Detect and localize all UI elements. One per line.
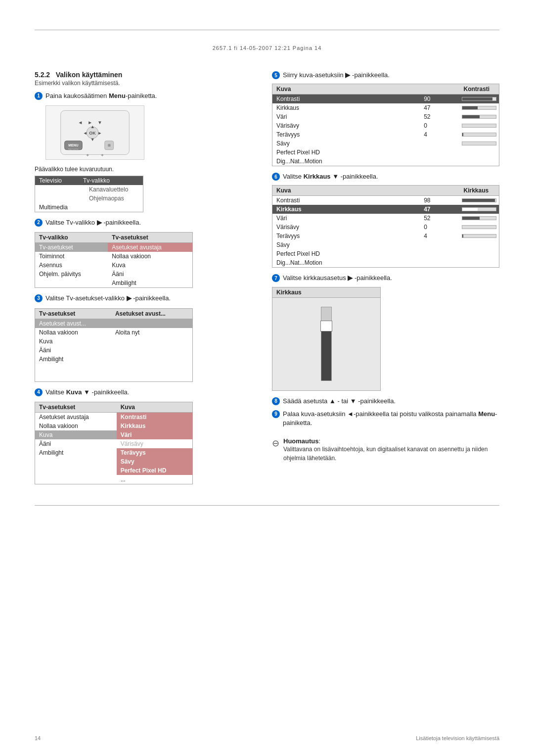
tv-asetukset-header-right: Asetukset avust... [111, 308, 193, 319]
tv-valikko-row-tv-asetukset: Tv-asetukset Asetukset avustaja [35, 243, 193, 252]
kontrasti-row-vari: Väri 52 [272, 112, 499, 121]
paa-row-kanavaluettelo: Kanavaluettelo [35, 185, 143, 194]
paa-col1-multimedia: Multimedia [35, 203, 79, 212]
kontrasti-header-left: Kuva [272, 84, 460, 94]
huomautus-content: Huomautus: Valittavana on lisävaihtoehto… [283, 437, 499, 463]
kuva-col2-kontrasti: Kontrasti [117, 412, 193, 422]
kirkkaus-dig-label: Dig...Nat...Motion [272, 258, 420, 268]
section-title: Valikon käyttäminen [56, 71, 123, 79]
section-number: 5.2.2 [35, 71, 50, 79]
kirkkaus-vari-bar [460, 214, 499, 223]
kontrasti-row-kontrasti: Kontrasti 90 [272, 94, 499, 104]
kuva-col1-aani: Ääni [35, 439, 117, 448]
kirkkaus-vari-label: Väri [272, 214, 420, 223]
kontrasti-teravyys-label: Terävyys [272, 130, 420, 139]
tv-asetukset-row-empty2 [35, 373, 193, 382]
kuva-col1-nollaa: Nollaa vakioon [35, 422, 117, 430]
tv-asetukset-col1-nollaa: Nollaa vakioon [35, 328, 111, 337]
kirkkaus-savy-bar [460, 240, 499, 249]
step-8: 8 Säädä asetusta ▲ - tai ▼ -painikkeella… [272, 397, 499, 406]
kuva-col1-ambilight: Ambilight [35, 448, 117, 457]
tv-valikko-col1-empty [35, 279, 108, 288]
paa-col2-multimedia-empty [79, 203, 143, 212]
kontrasti-header: Kuva Kontrasti [272, 84, 499, 94]
top-divider [35, 30, 499, 30]
step-9-text: Palaa kuva-asetuksiin ◄-painikkeella tai… [283, 410, 499, 427]
remote-svg: ◄ ► ▼ OK ◄ ► ▲ ▼ MENU BROWSE [46, 105, 144, 160]
kuva-row-empty2: Perfect Pixel HD [35, 466, 193, 475]
kirkkaus-dig-bar [460, 258, 499, 268]
step-4-text: Valitse Kuva ▼ -painikkeella. [45, 388, 129, 397]
tv-valikko-col1-ohjelm: Ohjelm. päivitys [35, 270, 108, 279]
kontrasti-perfect-bar [460, 148, 499, 157]
kontrasti-label: Kontrasti [272, 94, 420, 104]
kuva-header-right: Kuva [117, 402, 193, 412]
kontrasti-vari-label: Väri [272, 112, 420, 121]
tv-asetukset-col1-asetukset: Asetukset avust... [35, 319, 111, 328]
svg-text:+: + [101, 153, 104, 158]
footer-right-text: Lisätietoja television käyttämisestä [416, 735, 499, 741]
svg-text:▼: ▼ [90, 137, 95, 142]
kontrasti-savy-value [420, 139, 459, 148]
kontrasti-row-savy: Sävy [272, 139, 499, 148]
step-5-num: 5 [272, 71, 280, 79]
kontrasti-dig-bar [460, 157, 499, 166]
paa-col1-empty [35, 185, 79, 194]
kirkkaus-kirkkaus-value: 47 [420, 205, 459, 214]
tv-asetukset-col1-empty1 [35, 364, 111, 373]
kontrasti-perfect-label: Perfect Pixel HD [272, 148, 420, 157]
paa-col1-televisio: Televisio [35, 176, 79, 186]
kuva-header-left: Tv-asetukset [35, 402, 117, 412]
kuva-row-dots: ... [35, 475, 193, 484]
kuva-col1-dots [35, 475, 117, 484]
kirkkaus-perfect-value [420, 249, 459, 258]
footer: 14 Lisätietoja television käyttämisestä [0, 735, 534, 741]
kirkkaus-box-label: Kirkkaus [272, 287, 380, 298]
kirkkaus-vari-value: 52 [420, 214, 459, 223]
step-1-num: 1 [35, 92, 43, 100]
svg-text:▼: ▼ [97, 120, 102, 125]
kuva-row-aani: Ääni Värisävy [35, 439, 193, 448]
kuva-col1-empty1 [35, 457, 117, 466]
svg-text:BROWSE: BROWSE [68, 148, 79, 151]
kirkkaus-kirkkaus-label: Kirkkaus [272, 205, 420, 214]
kuva-col2-kirkkaus: Kirkkaus [117, 422, 193, 430]
kuva-col2-dots: ... [117, 475, 193, 484]
footer-page-num: 14 [35, 735, 41, 741]
kirkkaus-perfect-bar [460, 249, 499, 258]
main-content: 5.2.2 Valikon käyttäminen Esimerkki vali… [35, 71, 499, 490]
kirkkaus-kontrasti-bar [460, 196, 499, 205]
kontrasti-bar [460, 94, 499, 104]
step-6-num: 6 [272, 173, 280, 181]
kuva-col1-kuva: Kuva [35, 430, 117, 439]
kirkkaus-row-kontrasti: Kontrasti 98 [272, 196, 499, 205]
kirkkaus-kontrasti-value: 98 [420, 196, 459, 205]
kirkkaus-row-perfect: Perfect Pixel HD [272, 249, 499, 258]
tv-valikko-row-toiminnot: Toiminnot Nollaa vakioon [35, 252, 193, 261]
kuva-col1-empty2 [35, 466, 117, 475]
kirkkaus-varisavy-value: 0 [420, 223, 459, 232]
kirkkaus-teravyys-bar [460, 232, 499, 240]
kirkkaus-savy-value [420, 240, 459, 249]
step-7-num: 7 [272, 274, 280, 282]
tv-valikko-header-right: Tv-asetukset [108, 233, 192, 243]
left-column: 5.2.2 Valikon käyttäminen Esimerkki vali… [35, 71, 247, 490]
step-6-text: Valitse Kirkkaus ▼ -painikkeella. [283, 172, 378, 181]
kontrasti-varisavy-bar [460, 121, 499, 130]
tv-asetukset-header: Tv-asetukset Asetukset avust... [35, 308, 193, 319]
svg-text:+: + [86, 153, 89, 158]
paa-col2-tv-valikko: Tv-valikko [79, 176, 143, 186]
step-5-text: Siirry kuva-asetuksiin ▶ -painikkeella. [283, 71, 390, 80]
svg-text:⊞: ⊞ [108, 143, 111, 147]
kontrasti-vari-value: 52 [420, 112, 459, 121]
tv-asetukset-col2-empty2 [111, 373, 193, 382]
tv-valikko-col2-kuva: Kuva [108, 261, 192, 270]
step-4: 4 Valitse Kuva ▼ -painikkeella. [35, 388, 247, 397]
step-1: 1 Paina kaukosäätimen Menu-painiketta. [35, 92, 247, 100]
kirkkaus-header-left: Kuva [272, 186, 460, 196]
kontrasti-row-varisavy: Värisävy 0 [272, 121, 499, 130]
paa-row-multimedia: Multimedia [35, 203, 143, 212]
kontrasti-value: 90 [420, 94, 459, 104]
svg-text:◄: ◄ [83, 131, 88, 136]
kirkkaus-perfect-label: Perfect Pixel HD [272, 249, 420, 258]
